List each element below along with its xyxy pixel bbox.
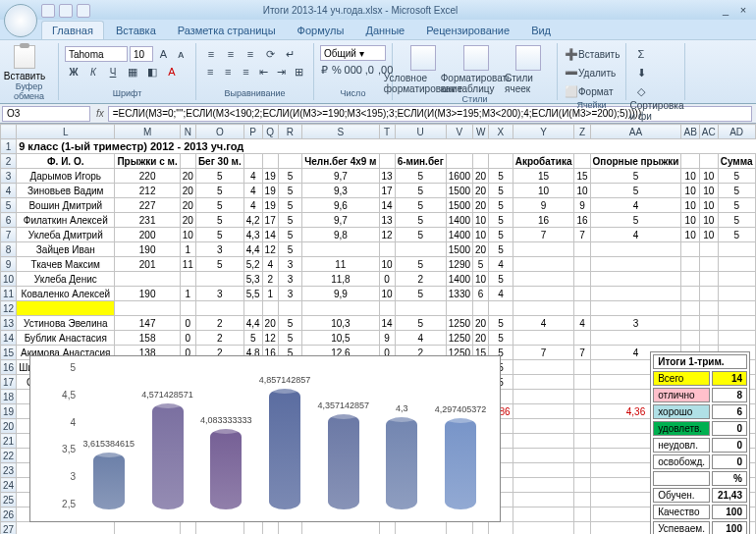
header-cell[interactable]: Прыжки с м. bbox=[115, 154, 180, 169]
data-cell[interactable]: 10 bbox=[681, 228, 699, 242]
data-cell[interactable] bbox=[699, 257, 718, 272]
merge-icon[interactable]: ⊞ bbox=[292, 63, 307, 80]
chart[interactable]: 54,543,532,5 3,6153846154,5714285714,083… bbox=[29, 355, 501, 522]
data-cell[interactable]: 9,7 bbox=[302, 213, 379, 228]
data-cell[interactable] bbox=[115, 272, 180, 287]
data-cell[interactable] bbox=[513, 331, 574, 346]
header-cell[interactable] bbox=[489, 154, 513, 169]
data-cell[interactable]: 3 bbox=[278, 257, 301, 272]
data-cell[interactable]: 5 bbox=[395, 198, 446, 213]
data-cell[interactable]: 5 bbox=[489, 198, 513, 213]
align-middle-icon[interactable]: ≡ bbox=[222, 45, 240, 63]
data-cell[interactable]: 9,9 bbox=[302, 287, 379, 301]
header-cell[interactable] bbox=[243, 154, 262, 169]
data-cell[interactable]: 5 bbox=[195, 213, 243, 228]
tab-6[interactable]: Вид bbox=[521, 22, 561, 39]
data-cell[interactable]: 11 bbox=[180, 257, 195, 272]
header-cell[interactable] bbox=[180, 154, 195, 169]
data-cell[interactable]: 10 bbox=[699, 184, 718, 198]
data-cell[interactable] bbox=[379, 301, 395, 316]
data-cell[interactable]: 17 bbox=[262, 213, 278, 228]
data-cell[interactable]: 3 bbox=[195, 287, 243, 301]
col-header[interactable]: Y bbox=[513, 125, 574, 139]
data-cell[interactable]: 201 bbox=[115, 257, 180, 272]
data-cell[interactable]: 1250 bbox=[446, 316, 472, 331]
data-cell[interactable] bbox=[115, 301, 180, 316]
data-cell[interactable] bbox=[574, 375, 590, 390]
header-cell[interactable] bbox=[681, 154, 699, 169]
data-cell[interactable]: 5,3 bbox=[243, 272, 262, 287]
col-header[interactable]: AC bbox=[699, 125, 718, 139]
data-cell[interactable]: 5 bbox=[718, 169, 755, 184]
fill-icon[interactable]: ⬇ bbox=[632, 64, 650, 81]
header-cell[interactable] bbox=[262, 154, 278, 169]
data-cell[interactable]: 14 bbox=[262, 228, 278, 242]
data-cell[interactable] bbox=[681, 272, 699, 287]
data-cell[interactable] bbox=[718, 316, 755, 331]
name-cell[interactable]: Зиновьев Вадим bbox=[17, 184, 115, 198]
data-cell[interactable]: 1 bbox=[180, 242, 195, 257]
data-cell[interactable]: 5 bbox=[395, 287, 446, 301]
data-cell[interactable]: 20 bbox=[473, 316, 489, 331]
data-cell[interactable]: 5 bbox=[243, 331, 262, 346]
data-cell[interactable]: 1290 bbox=[446, 257, 472, 272]
font-color-icon[interactable]: A bbox=[163, 63, 181, 80]
name-cell[interactable]: Уклеба Дмитрий bbox=[17, 228, 115, 242]
col-header[interactable]: U bbox=[395, 125, 446, 139]
col-header[interactable]: V bbox=[446, 125, 472, 139]
data-cell[interactable]: 20 bbox=[473, 169, 489, 184]
align-right-icon[interactable]: ≡ bbox=[238, 63, 253, 80]
data-cell[interactable] bbox=[681, 331, 699, 346]
data-cell[interactable]: 5 bbox=[195, 184, 243, 198]
data-cell[interactable]: 5 bbox=[395, 257, 446, 272]
data-cell[interactable] bbox=[180, 272, 195, 287]
data-cell[interactable]: 9,8 bbox=[302, 228, 379, 242]
data-cell[interactable] bbox=[574, 242, 590, 257]
data-cell[interactable]: 10 bbox=[699, 228, 718, 242]
indent-dec-icon[interactable]: ⇤ bbox=[256, 63, 272, 80]
data-cell[interactable] bbox=[574, 287, 590, 301]
data-cell[interactable]: 5 bbox=[718, 228, 755, 242]
orientation-icon[interactable]: ⟳ bbox=[261, 45, 279, 63]
data-cell[interactable]: 20 bbox=[262, 316, 278, 331]
data-cell[interactable] bbox=[195, 301, 243, 316]
data-cell[interactable]: 5 bbox=[489, 242, 513, 257]
paste-button[interactable]: Вставить bbox=[6, 45, 43, 81]
data-cell[interactable]: 9,6 bbox=[302, 198, 379, 213]
data-cell[interactable] bbox=[278, 301, 301, 316]
border-icon[interactable]: ▦ bbox=[124, 63, 141, 80]
data-cell[interactable] bbox=[513, 287, 574, 301]
data-cell[interactable]: 190 bbox=[115, 287, 180, 301]
name-cell[interactable] bbox=[17, 301, 115, 316]
cell-styles-button[interactable]: Стили ячеек bbox=[505, 45, 551, 94]
data-cell[interactable]: 20 bbox=[473, 331, 489, 346]
data-cell[interactable]: 5 bbox=[489, 272, 513, 287]
col-header[interactable]: T bbox=[379, 125, 395, 139]
tab-4[interactable]: Данные bbox=[355, 22, 414, 39]
data-cell[interactable]: 4 bbox=[574, 316, 590, 331]
data-cell[interactable]: 5 bbox=[489, 169, 513, 184]
data-cell[interactable]: 4,3 bbox=[243, 228, 262, 242]
data-cell[interactable] bbox=[699, 301, 718, 316]
data-cell[interactable] bbox=[180, 301, 195, 316]
header-cell[interactable]: Бег 30 м. bbox=[195, 154, 243, 169]
col-header[interactable]: AA bbox=[590, 125, 681, 139]
data-cell[interactable]: 5 bbox=[278, 228, 301, 242]
col-header[interactable]: X bbox=[489, 125, 513, 139]
close-icon[interactable]: × bbox=[734, 1, 752, 19]
indent-inc-icon[interactable]: ⇥ bbox=[274, 63, 290, 80]
data-cell[interactable] bbox=[590, 287, 681, 301]
data-cell[interactable]: 10 bbox=[699, 198, 718, 213]
header-cell[interactable]: Опорные прыжки bbox=[590, 154, 681, 169]
data-cell[interactable]: 10 bbox=[681, 184, 699, 198]
data-cell[interactable]: 5 bbox=[718, 184, 755, 198]
data-cell[interactable]: 5 bbox=[590, 213, 681, 228]
data-cell[interactable]: 9 bbox=[574, 198, 590, 213]
data-cell[interactable] bbox=[243, 301, 262, 316]
align-top-icon[interactable]: ≡ bbox=[202, 45, 220, 63]
bold-icon[interactable]: Ж bbox=[65, 63, 82, 80]
decrease-font-icon[interactable]: ᴀ bbox=[174, 45, 189, 63]
data-cell[interactable] bbox=[718, 272, 755, 287]
col-header[interactable]: R bbox=[278, 125, 301, 139]
wrap-text-icon[interactable]: ↵ bbox=[281, 45, 298, 63]
